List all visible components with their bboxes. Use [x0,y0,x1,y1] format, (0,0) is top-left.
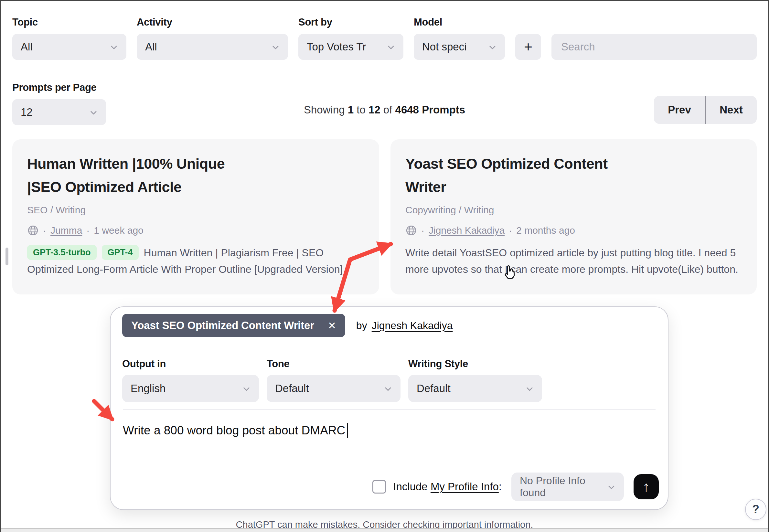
activity-label: Activity [137,16,288,28]
model-select[interactable]: Not speci [414,34,505,60]
bottom-scrollbar-track [1,528,768,532]
writing-style-group: Writing Style Default [408,358,542,402]
tone-select[interactable]: Default [267,375,401,402]
showing-status: Showing 1 to 12 of 4648 Prompts [1,104,768,116]
writing-style-label: Writing Style [408,358,542,370]
topic-value: All [21,41,33,53]
tone-label: Tone [267,358,401,370]
scrollbar-thumb[interactable] [5,248,8,265]
output-in-label: Output in [122,358,259,370]
chevron-down-icon [487,42,497,51]
tone-group: Tone Default [267,358,401,402]
profile-info-value: No Profile Info found [520,475,606,499]
sort-by-select[interactable]: Top Votes Tr [298,34,403,60]
filter-topic: Topic All [12,16,126,60]
include-profile-label: Include My Profile Info: [393,481,502,493]
chevron-down-icon [109,42,118,51]
help-button[interactable]: ? [745,499,766,520]
tone-value: Default [275,382,309,395]
send-button[interactable]: ↑ [634,474,659,499]
profile-info-select[interactable]: No Profile Info found [511,473,624,501]
include-profile-checkbox[interactable] [372,480,386,494]
card-byline: · Jumma · 1 week ago [27,225,364,236]
author-link[interactable]: Jignesh Kakadiya [372,320,453,332]
card-description: Write detail YoastSEO optimized article … [405,245,742,278]
card-description: GPT-3.5-turboGPT-4Human Written | Plagia… [27,245,364,278]
output-in-select[interactable]: English [122,375,259,402]
selected-prompt-row: Yoast SEO Optimized Content Writer ✕ by … [122,314,453,337]
byline-separator: · [421,225,424,236]
chevron-down-icon [271,42,280,51]
selected-prompt-label: Yoast SEO Optimized Content Writer [131,319,314,332]
prev-button[interactable]: Prev [654,96,705,124]
card-byline: · Jignesh Kakadiya · 2 months ago [405,225,742,236]
topic-select[interactable]: All [12,34,126,60]
include-profile-group: Include My Profile Info: [372,480,502,494]
filter-bar: Topic All Activity All Sort by Top Votes… [12,16,757,60]
chevron-down-icon [525,384,534,393]
card-description-text: Write detail YoastSEO optimized article … [405,247,738,275]
composer-selects: Output in English Tone Default Writing S… [122,358,542,402]
question-mark-icon: ? [752,503,759,516]
globe-icon [405,225,417,236]
per-page-label: Prompts per Page [12,82,106,93]
chevron-down-icon [383,384,392,393]
card-age: 2 months ago [516,225,575,236]
byline-separator: · [43,225,46,236]
next-button[interactable]: Next [706,96,757,124]
topic-label: Topic [12,16,126,28]
filter-sort-by: Sort by Top Votes Tr [298,16,403,60]
sort-by-value: Top Votes Tr [307,41,366,53]
output-in-value: English [131,382,166,395]
globe-icon [27,225,39,236]
author-link[interactable]: Jumma [50,225,82,236]
by-word: by [356,320,367,332]
search-input[interactable] [551,34,757,60]
sort-by-label: Sort by [298,16,403,28]
model-label: Model [414,16,505,28]
selected-prompt-chip[interactable]: Yoast SEO Optimized Content Writer ✕ [122,314,345,337]
model-badge: GPT-4 [102,245,139,260]
card-category: Copywriting / Writing [405,205,742,216]
prompt-input[interactable]: Write a 800 word blog post about DMARC [123,423,348,438]
composer-divider [123,410,656,410]
text-caret [347,423,348,438]
prompt-input-text: Write a 800 word blog post about DMARC [123,424,345,437]
chevron-down-icon [241,384,251,393]
model-badge: GPT-3.5-turbo [27,245,97,260]
add-prompt-button[interactable]: + [515,34,541,60]
byline-separator: · [86,225,90,236]
writing-style-value: Default [417,382,451,395]
chip-byline: by Jignesh Kakadiya [356,320,453,332]
prompt-card-human-written[interactable]: Human Written |100% Unique |SEO Optimize… [12,139,379,294]
model-value: Not speci [422,41,467,53]
aiprm-chatgpt-page: Topic All Activity All Sort by Top Votes… [0,0,769,532]
activity-select[interactable]: All [137,34,288,60]
filter-activity: Activity All [137,16,288,60]
my-profile-info-link[interactable]: My Profile Info [431,481,499,493]
prompt-composer-panel: Yoast SEO Optimized Content Writer ✕ by … [110,306,668,510]
red-diagonal-arrow [94,401,112,419]
card-age: 1 week ago [94,225,143,236]
writing-style-select[interactable]: Default [408,375,542,402]
search-field-wrap [551,34,757,60]
output-in-group: Output in English [122,358,259,402]
composer-bottom-row: Include My Profile Info: No Profile Info… [372,473,659,501]
arrow-up-icon: ↑ [643,479,650,495]
author-link[interactable]: Jignesh Kakadiya [429,225,505,236]
pager: Prev Next [654,96,757,124]
card-title: Human Written |100% Unique |SEO Optimize… [27,152,260,199]
chevron-down-icon [386,42,395,51]
filter-model: Model Not speci [414,16,505,60]
activity-value: All [145,41,157,53]
prompts-per-page: Prompts per Page 12 [12,82,106,125]
card-category: SEO / Writing [27,205,364,216]
close-icon[interactable]: ✕ [328,321,336,331]
chevron-down-icon [606,482,615,491]
card-title: Yoast SEO Optimized Content Writer [405,152,638,199]
byline-separator: · [509,225,512,236]
prompt-card-yoast-seo[interactable]: Yoast SEO Optimized Content Writer Copyw… [390,139,757,294]
